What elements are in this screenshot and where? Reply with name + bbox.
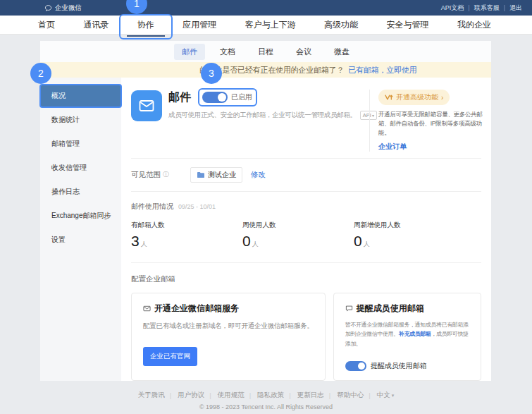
usage-stats: 有邮箱人数 3人 周使用人数 0人 周新增使用人数: [131, 221, 491, 250]
visibility-edit-link[interactable]: 修改: [251, 170, 266, 180]
envelope-icon: [143, 305, 151, 312]
footer-link-usage-rules[interactable]: 使用规范: [204, 391, 244, 400]
usage-section: 邮件使用情况 09/25 - 10/01 有邮箱人数 3人 周使用人数: [131, 202, 491, 250]
premium-panel: 开通高级功能 › 开通后可享受无限邮箱容量、更多公共邮箱、邮件自动备份、IP限制…: [369, 90, 491, 152]
visibility-label-group: 可见范围 ⓘ: [131, 170, 169, 180]
page-gap: [0, 35, 532, 41]
active-nav-underline: [127, 35, 165, 37]
nav-item-collaboration-label: 协作: [137, 20, 154, 30]
footer-links: 关于腾讯 用户协议 使用规范 隐私政策 更新日志 帮助中心 中文 ▾: [0, 391, 532, 400]
main-panel: 邮件 文档 日程 会议 微盘 的企业是否已经有正在使用的企业邮箱了？ 已有邮箱，…: [40, 41, 491, 381]
stat-number: 0: [354, 233, 362, 249]
card-title-row: 提醒成员使用邮箱: [345, 303, 469, 315]
footer-link-user-agreement[interactable]: 用户协议: [165, 391, 204, 400]
remind-toggle-label: 提醒成员使用邮箱: [371, 361, 427, 371]
notice-bar: 的企业是否已经有正在使用的企业邮箱了？ 已有邮箱，立即使用: [40, 62, 491, 78]
nav-item-home[interactable]: 首页: [37, 16, 56, 34]
nav-item-app-management[interactable]: 应用管理: [181, 16, 218, 34]
nav-item-security-management[interactable]: 安全与管理: [385, 16, 431, 34]
chevron-right-icon: ›: [441, 94, 443, 102]
page-title: 邮件: [168, 90, 191, 105]
footer-link-help-center[interactable]: 帮助中心: [324, 391, 364, 400]
open-premium-button[interactable]: 开通高级功能 ›: [378, 90, 450, 105]
mail-app-main: 邮件 已启用 3 成员可使用正式、安全的工作邮箱，企业可以统一管理成员邮箱。: [168, 90, 362, 152]
card-title: 提醒成员使用邮箱: [357, 303, 424, 315]
sidebar-item-overview-label: 概况: [51, 92, 66, 99]
notice-text: 的企业是否已经有正在使用的企业邮箱了？: [199, 65, 344, 75]
divider: [131, 262, 481, 263]
usage-title: 邮件使用情况: [131, 202, 173, 212]
collab-tabs: 邮件 文档 日程 会议 微盘: [40, 41, 491, 62]
api-docs-link[interactable]: API文档: [441, 4, 464, 13]
stat-number: 0: [242, 233, 251, 249]
company-has-website-button[interactable]: 企业已有官网: [143, 347, 197, 366]
mail-enabled-toggle[interactable]: [202, 92, 228, 103]
enterprise-order-link[interactable]: 企业订单: [378, 142, 407, 152]
supplement-member-email-link[interactable]: 补充成员邮箱: [399, 331, 431, 337]
divider: [131, 191, 481, 192]
remind-members-toggle[interactable]: [345, 361, 366, 371]
card-remind-members: 提醒成员使用邮箱 暂不开通企业微信邮箱服务，通知成员将已有邮箱添加到企业微信中使…: [333, 293, 481, 382]
remind-toggle-row: 提醒成员使用邮箱: [345, 361, 469, 371]
mail-app-icon: [131, 90, 162, 121]
stat-label: 周新增使用人数: [354, 221, 465, 230]
nav-item-my-company[interactable]: 我的企业: [456, 16, 493, 34]
setup-section-title: 配置企业邮箱: [131, 274, 491, 284]
nav-item-contacts[interactable]: 通讯录: [82, 16, 110, 34]
tab-mail[interactable]: 邮件: [174, 44, 205, 60]
panel-body: 概况 2 数据统计 邮箱管理 收发信管理 操作日志 Exchange邮箱同步 设…: [40, 78, 491, 381]
stat-weekly-new-users: 周新增使用人数 0人: [354, 221, 465, 250]
stat-value: 0人: [354, 233, 465, 250]
contact-support-link[interactable]: 联系客服: [464, 4, 499, 13]
nav-item-collaboration[interactable]: 协作 1: [136, 16, 156, 34]
visibility-label: 可见范围: [131, 170, 161, 180]
footer-language-selector[interactable]: 中文 ▾: [364, 391, 394, 400]
mail-description: 成员可使用正式、安全的工作邮箱，企业可以统一管理成员邮箱。: [168, 111, 357, 120]
tab-meeting[interactable]: 会议: [288, 44, 319, 60]
topbar: 企业微信 API文档 联系客服 退出: [0, 0, 532, 16]
tab-docs[interactable]: 文档: [212, 44, 243, 60]
speech-bubble-icon: [345, 305, 353, 312]
notice-use-existing-link[interactable]: 已有邮箱，立即使用: [348, 65, 416, 75]
stat-unit: 人: [252, 241, 259, 248]
sidebar-item-exchange-sync[interactable]: Exchange邮箱同步: [40, 205, 121, 226]
main-nav: 首页 通讯录 协作 1 应用管理 客户与上下游 高级功能 安全与管理 我的企业: [0, 16, 532, 35]
wecom-admin-screen: 企业微信 API文档 联系客服 退出 首页 通讯录 协作 1 应用管理 客户与上…: [0, 0, 532, 414]
logout-link[interactable]: 退出: [500, 4, 522, 13]
stat-unit: 人: [364, 241, 370, 248]
premium-description: 开通后可享受无限邮箱容量、更多公共邮箱、邮件自动备份、IP限制等多项高级功能。: [378, 110, 491, 138]
mail-enabled-toggle-group: 已启用 3: [202, 92, 252, 103]
card-title: 开通企业微信邮箱服务: [154, 303, 239, 315]
sidebar-item-operation-log[interactable]: 操作日志: [40, 181, 121, 202]
sidebar-item-send-receive[interactable]: 收发信管理: [40, 157, 121, 178]
stat-value: 0人: [242, 233, 354, 250]
footer-link-privacy[interactable]: 隐私政策: [245, 391, 284, 400]
wecom-bubble-icon: [44, 4, 52, 12]
footer: 关于腾讯 用户协议 使用规范 隐私政策 更新日志 帮助中心 中文 ▾ © 199…: [0, 391, 532, 410]
visibility-scope-chip: 测试企业: [190, 167, 242, 183]
brand-logo: 企业微信: [44, 4, 82, 13]
tab-drive[interactable]: 微盘: [326, 44, 357, 60]
tab-calendar[interactable]: 日程: [250, 44, 281, 60]
sidebar-item-statistics[interactable]: 数据统计: [40, 109, 121, 130]
mail-title-row: 邮件 已启用 3: [168, 90, 362, 105]
nav-item-advanced-features[interactable]: 高级功能: [323, 16, 359, 34]
stat-label: 有邮箱人数: [131, 221, 242, 230]
nav-item-customers[interactable]: 客户与上下游: [244, 16, 297, 34]
footer-link-about[interactable]: 关于腾讯: [138, 391, 165, 400]
folder-icon: [197, 171, 205, 178]
sidebar-item-settings[interactable]: 设置: [40, 229, 121, 250]
copyright: © 1998 - 2023 Tencent Inc. All Rights Re…: [0, 403, 532, 410]
stat-weekly-users: 周使用人数 0人: [242, 221, 354, 250]
caret-down-icon: ▾: [392, 393, 395, 398]
sidebar-item-mailbox-management[interactable]: 邮箱管理: [40, 133, 121, 154]
footer-link-changelog[interactable]: 更新日志: [284, 391, 323, 400]
stat-number: 3: [131, 233, 140, 249]
mail-description-row: 成员可使用正式、安全的工作邮箱，企业可以统一管理成员邮箱。 API ▾: [168, 111, 362, 120]
sidebar-item-overview[interactable]: 概况 2: [40, 85, 121, 106]
info-icon: ⓘ: [163, 170, 169, 179]
card-title-row: 开通企业微信邮箱服务: [143, 303, 314, 315]
upgrade-icon: [385, 94, 393, 101]
mail-enabled-label: 已启用: [231, 92, 252, 102]
setup-cards: 开通企业微信邮箱服务 配置已有域名或注册新域名，即可开通企业微信邮箱服务。 企业…: [131, 293, 481, 382]
